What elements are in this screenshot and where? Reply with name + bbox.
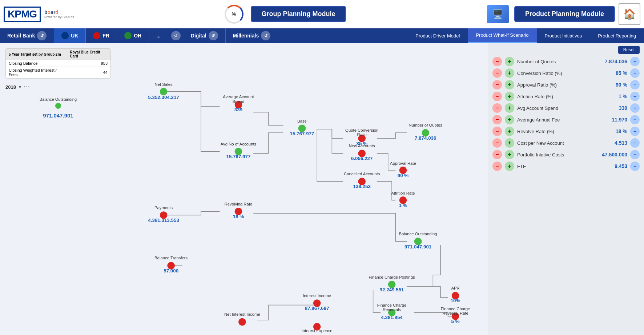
control-row: − + Approval Ratio (%) 90 % − xyxy=(492,80,640,89)
nav-dots[interactable]: ... xyxy=(149,28,168,43)
retail-bank-icon-btn[interactable]: ↺ xyxy=(37,31,47,40)
reset-button[interactable]: Reset xyxy=(618,46,640,54)
ctrl-plus-0[interactable]: + xyxy=(505,57,514,66)
ctrl-minus-right-7[interactable]: − xyxy=(630,138,640,148)
ctrl-minus-right-2[interactable]: − xyxy=(630,80,640,89)
control-row: − + Average Annual Fee 11.970 − xyxy=(492,115,640,124)
base-value: 15.767.977 xyxy=(290,131,314,136)
info-table-row: Closing Weighted Interest / Fees44 xyxy=(6,67,110,78)
ctrl-value-0: 7.874.036 xyxy=(598,59,627,64)
ctrl-plus-8[interactable]: + xyxy=(505,150,514,159)
payments-value: 4.381.313.553 xyxy=(148,218,179,223)
ctrl-minus-right-8[interactable]: − xyxy=(630,150,640,159)
board-logo: board xyxy=(44,9,74,15)
approval-rate-label: Approval Rate xyxy=(390,161,416,165)
nav-product-whatif[interactable]: Product What-If Scenario xyxy=(468,28,536,43)
digital-icon-btn[interactable]: ↺ xyxy=(209,31,218,40)
ctrl-minus-5[interactable]: − xyxy=(492,115,502,124)
ctrl-minus-right-5[interactable]: − xyxy=(630,115,640,124)
ctrl-plus-5[interactable]: + xyxy=(505,115,514,124)
ctrl-plus-1[interactable]: + xyxy=(505,68,514,78)
nav-fr[interactable]: FR xyxy=(86,28,117,43)
ctrl-minus-1[interactable]: − xyxy=(492,68,502,78)
ctrl-minus-right-3[interactable]: − xyxy=(630,92,640,101)
svg-point-0 xyxy=(55,103,61,109)
nav-product-driver[interactable]: Product Driver Model xyxy=(407,28,468,43)
year-options[interactable]: ··· xyxy=(24,84,31,90)
control-row: − + Portfolio Iniative Costs 47.500.000 … xyxy=(492,150,640,159)
home-icon: 🏠 xyxy=(623,8,636,20)
group-planning-button[interactable]: Group Planning Module xyxy=(251,6,346,22)
ctrl-plus-7[interactable]: + xyxy=(505,138,514,148)
ctrl-plus-4[interactable]: + xyxy=(505,103,514,113)
net-sales-dot xyxy=(160,88,168,96)
interest-income-value: 87.867.697 xyxy=(305,306,329,311)
year-arrow-down[interactable]: ▼ xyxy=(18,85,22,89)
fr-flag xyxy=(93,32,100,39)
ctrl-value-9: 9.453 xyxy=(598,163,627,169)
ctrl-minus-3[interactable]: − xyxy=(492,92,502,101)
number-quotes-label: Number of Quotes xyxy=(409,123,443,127)
interest-expense-dot xyxy=(313,323,321,331)
ctrl-minus-9[interactable]: − xyxy=(492,161,502,171)
net-interest-income-label: Net Interest Income xyxy=(224,312,260,316)
ctrl-minus-right-9[interactable]: − xyxy=(630,161,640,171)
logo-area: KPMG board Powered by BOARD xyxy=(4,7,84,22)
finance-charge-label: Finance Charge Postings xyxy=(369,275,415,279)
ctrl-minus-2[interactable]: − xyxy=(492,80,502,89)
control-row: − + Number of Quotes 7.874.036 − xyxy=(492,57,640,66)
balance-dot-green xyxy=(55,102,62,109)
nav-oh[interactable]: OH xyxy=(117,28,149,43)
home-icon-area[interactable]: 🏠 xyxy=(619,3,640,25)
avg-no-accounts-label: Avg No of Accounts xyxy=(221,142,257,146)
info-row-label: Closing Balance xyxy=(6,60,67,67)
ctrl-minus-8[interactable]: − xyxy=(492,150,502,159)
controls-list: − + Number of Quotes 7.874.036 − − + Con… xyxy=(492,57,640,171)
ctrl-minus-right-1[interactable]: − xyxy=(630,68,640,78)
control-row: − + Revolve Rate (%) 18 % − xyxy=(492,127,640,136)
ctrl-value-2: 90 % xyxy=(598,82,627,88)
millennials-icon-btn[interactable]: ↺ xyxy=(261,31,270,40)
center-header: % Group Planning Module xyxy=(84,5,487,24)
ctrl-label-3: Attrition Rate (%) xyxy=(517,94,595,99)
ctrl-minus-4[interactable]: − xyxy=(492,103,502,113)
nav-uk[interactable]: UK xyxy=(54,28,86,43)
info-col2-header: Royal Blue Credit Card xyxy=(67,49,110,60)
approval-rate-value: 90 % xyxy=(398,173,409,178)
board-sub: Powered by BOARD xyxy=(44,15,74,19)
nav-millennials[interactable]: Millennials ↺ xyxy=(226,28,278,43)
ctrl-minus-6[interactable]: − xyxy=(492,127,502,136)
balance-outstanding-right-value: 971.047.901 xyxy=(404,244,432,250)
nav-product-reporting[interactable]: Product Reporting xyxy=(590,28,644,43)
ctrl-value-7: 4.513 xyxy=(598,140,627,146)
navbar: Retail Bank ↺ UK FR OH ... ↺ Digital ↺ M… xyxy=(0,28,644,43)
ctrl-value-6: 18 % xyxy=(598,128,627,134)
board-logo-area: board Powered by BOARD xyxy=(44,9,74,19)
ctrl-label-1: Conversion Ratio (%) xyxy=(517,71,595,76)
apr-label: APR xyxy=(451,286,459,290)
ctrl-plus-3[interactable]: + xyxy=(505,92,514,101)
ctrl-plus-9[interactable]: + xyxy=(505,161,514,171)
ctrl-minus-right-6[interactable]: − xyxy=(630,127,640,136)
new-accounts-label: New Accounts xyxy=(349,144,375,148)
product-planning-button[interactable]: Product Planning Module xyxy=(514,6,615,22)
avg-account-spend-value: 339 xyxy=(234,107,242,112)
nav-digital[interactable]: Digital ↺ xyxy=(184,28,226,43)
revolving-rate-label: Revolving Rate xyxy=(225,202,253,206)
ctrl-plus-2[interactable]: + xyxy=(505,80,514,89)
product-icon: 🖥️ xyxy=(487,5,509,23)
balance-outstanding-left-value: 971.047.901 xyxy=(5,112,111,119)
nav-refresh-icon[interactable]: ↺ xyxy=(171,31,181,40)
nav-retail-bank[interactable]: Retail Bank ↺ xyxy=(0,28,54,43)
nav-product-initiatives[interactable]: Product Initiatives xyxy=(537,28,590,43)
ctrl-minus-0[interactable]: − xyxy=(492,57,502,66)
interest-income-label: Interest Income xyxy=(303,294,331,298)
control-row: − + Cost per New Account 4.513 − xyxy=(492,138,640,148)
ctrl-minus-7[interactable]: − xyxy=(492,138,502,148)
ctrl-minus-right-4[interactable]: − xyxy=(630,103,640,113)
uk-flag xyxy=(61,32,69,39)
ctrl-label-7: Cost per New Account xyxy=(517,140,595,146)
ctrl-minus-right-0[interactable]: − xyxy=(630,57,640,66)
number-quotes-value: 7.874.036 xyxy=(415,135,436,141)
ctrl-plus-6[interactable]: + xyxy=(505,127,514,136)
